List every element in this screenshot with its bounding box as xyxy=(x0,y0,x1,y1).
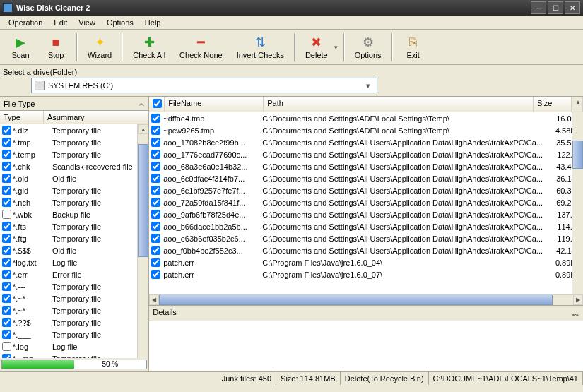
file-checkbox[interactable] xyxy=(151,210,160,219)
file-type-checkbox[interactable] xyxy=(2,258,11,267)
file-type-row[interactable]: *.ftsTemporary file xyxy=(0,220,148,232)
file-row[interactable]: aoo_9afb6fb78f25d4e...C:\Documents and S… xyxy=(149,208,583,220)
file-checkbox[interactable] xyxy=(151,174,160,183)
file-type-row[interactable]: *.~*Temporary file xyxy=(0,292,148,304)
file-type-row[interactable]: *.___Temporary file xyxy=(0,328,148,340)
scrollbar-thumb[interactable] xyxy=(138,144,148,257)
menu-edit[interactable]: Edit xyxy=(48,17,73,28)
file-row[interactable]: aoo_f0bb4be2f552c3...C:\Documents and Se… xyxy=(149,244,583,256)
file-type-row[interactable]: *.logLog file xyxy=(0,340,148,352)
file-type-row[interactable]: *.chkScandisk recovered file xyxy=(0,160,148,172)
file-type-row[interactable]: *.??$Temporary file xyxy=(0,316,148,328)
check-all-button[interactable]: ✚Check All xyxy=(126,31,172,64)
dropdown-arrow-icon[interactable]: ▾ xyxy=(363,81,374,90)
file-type-row[interactable]: *.~*Temporary file xyxy=(0,304,148,316)
maximize-button[interactable]: ☐ xyxy=(548,1,563,14)
file-row[interactable]: aoo_17082b8ce2f99b...C:\Documents and Se… xyxy=(149,136,583,148)
file-type-row[interactable]: *log.txtLog file xyxy=(0,256,148,268)
file-type-checkbox[interactable] xyxy=(2,174,11,183)
delete-button[interactable]: ✖Delete xyxy=(298,31,341,64)
file-row[interactable]: aoo_b66dace1bb2a5b...C:\Documents and Se… xyxy=(149,220,583,232)
files-scrollbar[interactable] xyxy=(572,112,583,294)
file-checkbox[interactable] xyxy=(151,186,160,195)
file-row[interactable]: ~dffae4.tmpC:\Documents and Settings\ADE… xyxy=(149,112,583,124)
file-row[interactable]: aoo_6c1bf9257e7fe7f...C:\Documents and S… xyxy=(149,184,583,196)
file-type-checkbox[interactable] xyxy=(2,138,11,147)
file-checkbox[interactable] xyxy=(151,198,160,207)
file-checkbox[interactable] xyxy=(151,246,160,255)
file-type-checkbox[interactable] xyxy=(2,210,11,219)
exit-button[interactable]: ⎘Exit xyxy=(396,31,431,64)
file-type-row[interactable]: *.~mpTemporary file xyxy=(0,352,148,358)
scroll-left-icon[interactable]: ◀ xyxy=(149,295,159,305)
collapse-icon[interactable]: ︽ xyxy=(572,308,579,319)
file-type-row[interactable]: *.nchTemporary file xyxy=(0,196,148,208)
file-type-checkbox[interactable] xyxy=(2,270,11,279)
menu-operation[interactable]: Operation xyxy=(3,17,48,28)
scroll-up-icon[interactable]: ▲ xyxy=(138,124,148,134)
file-type-checkbox[interactable] xyxy=(2,354,11,358)
file-type-checkbox[interactable] xyxy=(2,126,11,135)
file-type-row[interactable]: *.errError file xyxy=(0,268,148,280)
file-row[interactable]: aoo_6c0dfac4f314fb7...C:\Documents and S… xyxy=(149,172,583,184)
file-row[interactable]: aoo_68a3e6a0e14b32...C:\Documents and Se… xyxy=(149,160,583,172)
file-type-checkbox[interactable] xyxy=(2,234,11,243)
file-row[interactable]: aoo_e63b6ef035b2c6...C:\Documents and Se… xyxy=(149,232,583,244)
check-all-checkbox[interactable] xyxy=(153,99,162,108)
file-type-row[interactable]: *.$$$Old file xyxy=(0,244,148,256)
file-type-row[interactable]: *.gidTemporary file xyxy=(0,184,148,196)
column-size[interactable]: Size xyxy=(534,97,572,112)
scroll-right-icon[interactable]: ▶ xyxy=(573,295,583,305)
file-type-row[interactable]: *.---Temporary file xyxy=(0,280,148,292)
column-checkbox[interactable] xyxy=(149,97,165,112)
scroll-up-icon[interactable]: ▲ xyxy=(572,97,583,112)
file-checkbox[interactable] xyxy=(151,222,160,231)
menu-help[interactable]: Help xyxy=(139,17,167,28)
file-type-checkbox[interactable] xyxy=(2,198,11,207)
wizard-button[interactable]: ✦Wizard xyxy=(81,31,119,64)
file-type-checkbox[interactable] xyxy=(2,282,11,291)
file-type-checkbox[interactable] xyxy=(2,222,11,231)
file-row[interactable]: ~pcw9265.tmpC:\Documents and Settings\AD… xyxy=(149,124,583,136)
options-button[interactable]: ⚙Options xyxy=(348,31,389,64)
file-row[interactable]: aoo_1776ecad77690c...C:\Documents and Se… xyxy=(149,148,583,160)
file-checkbox[interactable] xyxy=(151,162,160,171)
file-type-checkbox[interactable] xyxy=(2,342,11,351)
check-none-button[interactable]: ━Check None xyxy=(172,31,230,64)
close-button[interactable]: ✕ xyxy=(565,1,580,14)
scrollbar-thumb[interactable] xyxy=(572,141,583,169)
file-type-row[interactable]: *.ftgTemporary file xyxy=(0,232,148,244)
file-type-checkbox[interactable] xyxy=(2,246,11,255)
drive-select[interactable]: SYSTEM RES (C:) ▾ xyxy=(31,78,377,93)
column-path[interactable]: Path xyxy=(264,97,534,112)
scrollbar-thumb[interactable] xyxy=(159,295,553,305)
file-type-checkbox[interactable] xyxy=(2,186,11,195)
collapse-icon[interactable]: ︽ xyxy=(139,99,145,108)
file-type-scrollbar[interactable]: ▲ xyxy=(137,124,148,358)
file-checkbox[interactable] xyxy=(151,150,160,159)
file-checkbox[interactable] xyxy=(151,126,160,135)
file-checkbox[interactable] xyxy=(151,258,160,267)
file-type-checkbox[interactable] xyxy=(2,150,11,159)
column-asummary[interactable]: Asummary xyxy=(44,111,148,124)
file-type-row[interactable]: *.tempTemporary file xyxy=(0,148,148,160)
column-type[interactable]: Type xyxy=(0,111,44,124)
file-row[interactable]: aoo_72a59fda15f841f...C:\Documents and S… xyxy=(149,196,583,208)
stop-button[interactable]: ■Stop xyxy=(38,31,73,64)
minimize-button[interactable]: ─ xyxy=(531,1,546,14)
files-hscrollbar[interactable]: ◀ ▶ xyxy=(149,294,583,305)
file-row[interactable]: patch.errC:\Program Files\Java\jre1.6.0_… xyxy=(149,256,583,268)
file-type-checkbox[interactable] xyxy=(2,330,11,339)
file-type-row[interactable]: *.tmpTemporary file xyxy=(0,136,148,148)
file-checkbox[interactable] xyxy=(151,138,160,147)
file-type-checkbox[interactable] xyxy=(2,162,11,171)
file-type-row[interactable]: *.wbkBackup file xyxy=(0,208,148,220)
file-checkbox[interactable] xyxy=(151,270,160,279)
file-checkbox[interactable] xyxy=(151,114,160,123)
file-type-checkbox[interactable] xyxy=(2,318,11,327)
file-checkbox[interactable] xyxy=(151,234,160,243)
scan-button[interactable]: ▶Scan xyxy=(3,31,38,64)
menu-view[interactable]: View xyxy=(73,17,101,28)
file-type-row[interactable]: *.oldOld file xyxy=(0,172,148,184)
file-row[interactable]: patch.errC:\Program Files\Java\jre1.6.0_… xyxy=(149,268,583,280)
